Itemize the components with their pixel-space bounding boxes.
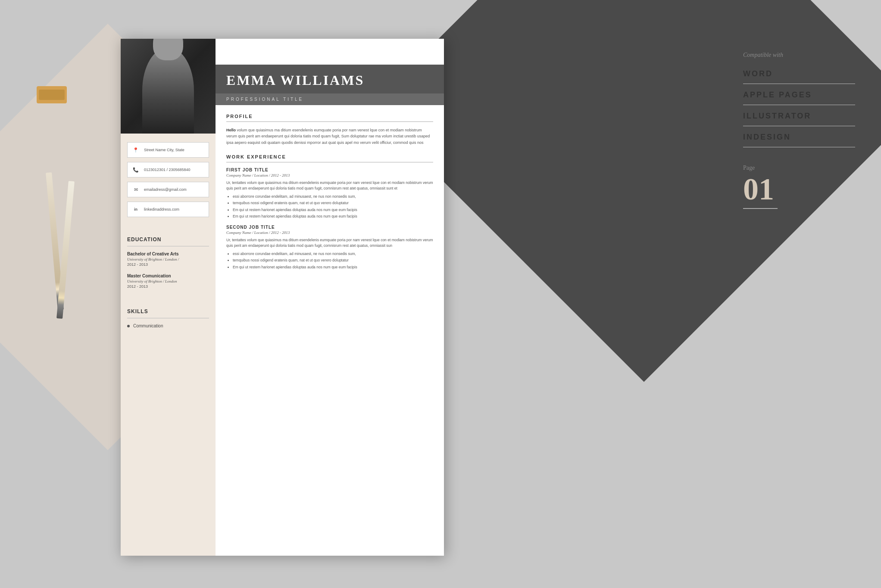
job-1-bullet-3: Em qui ut restem harionet apiendias dolu…	[233, 207, 433, 213]
edu-school-2: University of Brighton / London	[127, 279, 209, 283]
page-underline	[743, 208, 778, 209]
contact-phone: 0123012301 / 2305685840	[144, 168, 191, 172]
edu-item-2: Master Comunication University of Bright…	[127, 274, 209, 289]
work-experience-section: WORK EXPERIENCE FIRST JOB TITLE Company …	[226, 154, 433, 270]
page-number: 01	[743, 174, 855, 205]
compatible-illustrator: ILLUSTRATOR	[743, 112, 855, 126]
skill-text-1: Communication	[133, 324, 163, 328]
contact-section: 📍 Street Name City, State 📞 0123012301 /…	[121, 134, 216, 230]
job-1-title: FIRST JOB TITLE	[226, 168, 433, 172]
contact-address: Street Name City, State	[144, 148, 184, 152]
job-2-bullets: essi aborrore corundae endelitam, ad min…	[226, 251, 433, 271]
job-2-bullet-3: Em qui ut restem harionet apiendias dolu…	[233, 264, 433, 271]
main-content: EMMA WILLIAMS PROFESSIONAL TITLE PROFILE…	[216, 39, 444, 556]
edu-degree-2: Master Comunication	[127, 274, 209, 278]
resume-card: 📍 Street Name City, State 📞 0123012301 /…	[121, 39, 444, 556]
compatible-word: WORD	[743, 69, 855, 84]
edu-school-1: University of Brighton / London /	[127, 257, 209, 261]
job-1-bullet-2: temquibus nossi odigend eratenis quam, n…	[233, 200, 433, 206]
education-divider	[127, 246, 209, 246]
compatible-apple-pages: APPLE PAGES	[743, 90, 855, 105]
photo-silhouette	[121, 39, 216, 134]
work-experience-title: WORK EXPERIENCE	[226, 154, 433, 159]
job-1-desc: Ur, tentattes volum que quiasimus ma dit…	[226, 180, 433, 191]
profile-title: PROFILE	[226, 114, 433, 119]
contact-linkedin: linkedinaddress.com	[144, 207, 179, 212]
skills-divider	[127, 318, 209, 318]
person-body	[142, 47, 194, 134]
edu-degree-1: Bachelor of Creative Arts	[127, 252, 209, 256]
job-1-company: Company Name / Location / 2012 - 2013	[226, 173, 433, 177]
edu-item-1: Bachelor of Creative Arts University of …	[127, 252, 209, 267]
job-1-bullet-4: Em qui ut restem harionet apiendias dolu…	[233, 214, 433, 220]
contact-phone-item: 📞 0123012301 / 2305685840	[127, 162, 209, 177]
sidebar: 📍 Street Name City, State 📞 0123012301 /…	[121, 39, 216, 556]
page-section: Page 01	[743, 165, 855, 209]
resume-name: EMMA WILLIAMS	[226, 72, 433, 88]
education-section: EDUCATION Bachelor of Creative Arts Univ…	[121, 230, 216, 302]
profile-body: volum que quiasimus ma ditium esendeleni…	[226, 128, 430, 145]
job-1-bullets: essi aborrore corundae endelitam, ad min…	[226, 194, 433, 220]
job-2-company: Company Name / Location / 2012 - 2013	[226, 230, 433, 235]
compatible-label: Compatible with	[743, 52, 855, 59]
job-2-bullet-1: essi aborrore corundae endelitam, ad min…	[233, 251, 433, 257]
skill-item-1: Communication	[127, 324, 209, 328]
sharpener-decoration	[37, 86, 67, 103]
edu-year-1: 2012 - 2013	[127, 262, 209, 267]
compatible-indesign: INDESIGN	[743, 133, 855, 147]
education-title: EDUCATION	[127, 236, 209, 243]
job-1: FIRST JOB TITLE Company Name / Location …	[226, 168, 433, 220]
contact-linkedin-item: in linkedinaddress.com	[127, 202, 209, 217]
contact-email: emailadress@gmail.com	[144, 187, 187, 192]
job-1-bullet-1: essi aborrore corundae endelitam, ad min…	[233, 194, 433, 200]
skills-title: SKILLS	[127, 308, 209, 314]
profile-text: Hello volum que quiasimus ma ditium esen…	[226, 127, 433, 146]
email-icon: ✉	[131, 185, 141, 194]
job-2: SECOND JOB TITLE Company Name / Location…	[226, 225, 433, 270]
linkedin-icon: in	[131, 205, 141, 214]
skill-bullet-1	[127, 325, 130, 327]
header-name-bar: EMMA WILLIAMS	[216, 65, 444, 93]
person-head	[153, 39, 183, 60]
resume-professional-title: PROFESSIONAL TITLE	[226, 97, 433, 102]
resume-body: PROFILE Hello volum que quiasimus ma dit…	[216, 105, 444, 556]
job-2-title: SECOND JOB TITLE	[226, 225, 433, 230]
page-label: Page	[743, 165, 855, 171]
profile-bold: Hello	[226, 128, 236, 132]
job-2-bullet-2: temquibus nossi odigend eratenis quam, n…	[233, 258, 433, 264]
header-title-bar: PROFESSIONAL TITLE	[216, 93, 444, 105]
phone-icon: 📞	[131, 165, 141, 174]
work-experience-divider	[226, 162, 433, 162]
skills-section: SKILLS Communication	[121, 302, 216, 337]
location-icon: 📍	[131, 145, 141, 155]
profile-divider	[226, 121, 433, 122]
profile-section: PROFILE Hello volum que quiasimus ma dit…	[226, 114, 433, 146]
contact-email-item: ✉ emailadress@gmail.com	[127, 182, 209, 197]
header-top	[216, 39, 444, 65]
job-2-desc: Ur, tentattes volum que quiasimus ma dit…	[226, 237, 433, 249]
photo-area	[121, 39, 216, 134]
contact-address-item: 📍 Street Name City, State	[127, 142, 209, 158]
right-panel: Compatible with WORD APPLE PAGES ILLUSTR…	[743, 52, 855, 209]
edu-year-2: 2012 - 2013	[127, 284, 209, 289]
